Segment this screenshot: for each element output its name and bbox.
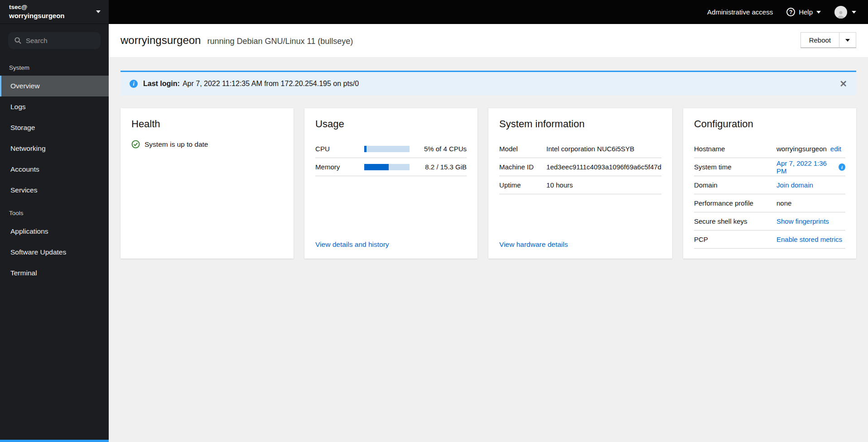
sysinfo-label: Model — [499, 145, 543, 153]
reboot-dropdown-toggle[interactable] — [839, 32, 856, 48]
reboot-split-button: Reboot — [800, 32, 856, 48]
host-name: worryingsurgeon — [9, 11, 65, 20]
memory-progress-fill — [364, 164, 389, 170]
system-time-link[interactable]: Apr 7, 2022 1:36 PM — [776, 159, 835, 175]
sidebar-item-applications[interactable]: Applications — [0, 221, 109, 242]
sidebar-item-software-updates[interactable]: Software Updates — [0, 242, 109, 263]
sysinfo-value: 10 hours — [546, 181, 661, 189]
page-content: i Last login:Apr 7, 2022 11:12:35 AM fro… — [109, 57, 868, 442]
chevron-down-icon — [96, 10, 101, 13]
config-row-domain: Domain Join domain — [694, 176, 845, 194]
usage-card: Usage CPU 5% of 4 CPUs Memory 8.2 / 15.3… — [304, 108, 477, 259]
edit-hostname-link[interactable]: edit — [830, 145, 841, 153]
info-icon: i — [130, 80, 138, 88]
sysinfo-label: Machine ID — [499, 163, 543, 171]
card-title: Usage — [315, 118, 467, 130]
system-information-card: System information Model Intel corporati… — [488, 108, 672, 259]
host-user: tsec@ — [9, 3, 65, 11]
chevron-down-icon — [845, 39, 850, 42]
view-details-history-link[interactable]: View details and history — [315, 240, 389, 248]
config-row-hostname: Hostname worryingsurgeon edit — [694, 140, 845, 158]
card-title: Health — [131, 118, 283, 130]
chevron-down-icon — [852, 11, 856, 14]
alert-message: Apr 7, 2022 11:12:35 AM from 172.20.254.… — [183, 80, 359, 87]
alert-title: Last login: — [143, 80, 180, 87]
main-area: worryingsurgeon running Debian GNU/Linux… — [109, 24, 868, 442]
help-icon: ? — [786, 8, 795, 16]
hostname-value: worryingsurgeon — [776, 145, 827, 153]
sidebar-item-networking[interactable]: Networking — [0, 138, 109, 159]
config-row-system-time: System time Apr 7, 2022 1:36 PM i — [694, 158, 845, 176]
sysinfo-value: 1ed3eec9111c4093a1096f69a6c5f47d — [546, 163, 661, 171]
sidebar-item-storage[interactable]: Storage — [0, 117, 109, 138]
sidebar-item-accounts[interactable]: Accounts — [0, 159, 109, 180]
administrative-access-button[interactable]: Administrative access — [707, 8, 773, 16]
config-label: PCP — [694, 235, 774, 243]
search-input[interactable] — [26, 37, 94, 44]
show-fingerprints-link[interactable]: Show fingerprints — [776, 217, 829, 225]
close-icon[interactable]: ✕ — [839, 79, 847, 88]
sidebar-item-services[interactable]: Services — [0, 180, 109, 201]
config-row-pcp: PCP Enable stored metrics — [694, 231, 845, 249]
usage-value: 8.2 / 15.3 GiB — [413, 163, 467, 171]
session-menu[interactable] — [834, 6, 856, 19]
info-icon[interactable]: i — [839, 163, 845, 171]
check-circle-icon — [131, 140, 140, 149]
avatar — [834, 6, 847, 19]
sidebar-bottom-accent — [0, 440, 109, 442]
cpu-progress-fill — [364, 146, 366, 152]
sysinfo-row-machine-id: Machine ID 1ed3eec9111c4093a1096f69a6c5f… — [499, 158, 661, 176]
sidebar-item-overview[interactable]: Overview — [0, 76, 109, 96]
page-header: worryingsurgeon running Debian GNU/Linux… — [109, 24, 868, 57]
nav-group-title: Tools — [0, 207, 109, 221]
usage-row-memory: Memory 8.2 / 15.3 GiB — [315, 158, 467, 176]
health-status: System is up to date — [131, 140, 283, 149]
card-title: Configuration — [694, 118, 845, 130]
config-label: Hostname — [694, 145, 774, 153]
host-switcher[interactable]: tsec@ worryingsurgeon — [0, 0, 109, 24]
sidebar-item-logs[interactable]: Logs — [0, 96, 109, 117]
config-label: Domain — [694, 181, 774, 189]
card-title: System information — [499, 118, 661, 130]
sidebar: System Overview Logs Storage Networking … — [0, 24, 109, 442]
nav-group-system: System Overview Logs Storage Networking … — [0, 62, 109, 201]
sysinfo-row-model: Model Intel corporation NUC6i5SYB — [499, 140, 661, 158]
sysinfo-row-uptime: Uptime 10 hours — [499, 176, 661, 194]
usage-value: 5% of 4 CPUs — [413, 145, 467, 153]
config-row-performance-profile: Performance profile none — [694, 194, 845, 212]
nav-group-title: System — [0, 62, 109, 76]
alert-text: Last login:Apr 7, 2022 11:12:35 AM from … — [143, 80, 359, 88]
config-label: System time — [694, 163, 774, 171]
join-domain-link[interactable]: Join domain — [776, 181, 813, 189]
sysinfo-label: Uptime — [499, 181, 543, 189]
enable-stored-metrics-link[interactable]: Enable stored metrics — [776, 235, 842, 243]
config-row-ssh-keys: Secure shell keys Show fingerprints — [694, 212, 845, 231]
host-switcher-label: tsec@ worryingsurgeon — [9, 3, 65, 20]
cpu-progress-bar — [364, 146, 410, 152]
page-subtitle: running Debian GNU/Linux 11 (bullseye) — [207, 37, 353, 46]
sysinfo-value: Intel corporation NUC6i5SYB — [546, 145, 661, 153]
last-login-alert: i Last login:Apr 7, 2022 11:12:35 AM fro… — [121, 71, 856, 96]
sidebar-item-terminal[interactable]: Terminal — [0, 263, 109, 283]
config-label: Performance profile — [694, 199, 774, 207]
performance-profile-value: none — [776, 199, 791, 207]
config-label: Secure shell keys — [694, 217, 774, 225]
chevron-down-icon — [816, 11, 821, 14]
health-card: Health System is up to date — [121, 108, 294, 259]
memory-progress-bar — [364, 164, 410, 170]
sidebar-search[interactable] — [8, 32, 101, 49]
overview-cards: Health System is up to date Usage CPU — [121, 108, 856, 259]
user-icon — [836, 10, 845, 19]
masthead: Administrative access ? Help — [109, 0, 868, 24]
configuration-card: Configuration Hostname worryingsurgeon e… — [683, 108, 856, 259]
usage-label: CPU — [315, 145, 361, 153]
search-icon — [14, 37, 21, 44]
reboot-button[interactable]: Reboot — [800, 32, 839, 48]
help-menu[interactable]: ? Help — [786, 8, 821, 16]
health-status-text: System is up to date — [145, 140, 208, 149]
nav-group-tools: Tools Applications Software Updates Term… — [0, 207, 109, 283]
usage-label: Memory — [315, 163, 361, 171]
view-hardware-details-link[interactable]: View hardware details — [499, 240, 568, 248]
page-title: worryingsurgeon — [121, 34, 201, 47]
usage-row-cpu: CPU 5% of 4 CPUs — [315, 140, 467, 158]
